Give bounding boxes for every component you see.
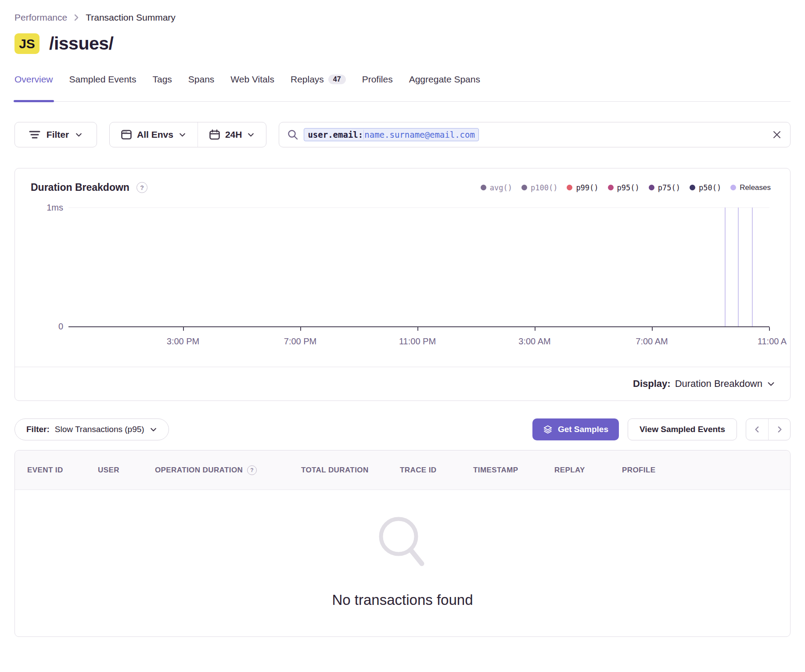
filter-icon (29, 130, 40, 139)
platform-js-badge: JS (14, 33, 40, 54)
x-axis-label: 11:00 PM (399, 336, 436, 347)
legend-item-p75[interactable]: p75() (649, 183, 680, 192)
filter-bar: Filter All Envs (14, 122, 791, 147)
get-samples-button[interactable]: Get Samples (532, 418, 619, 440)
x-axis-label: 3:00 AM (518, 336, 550, 347)
column-header-trace-id: TRACE ID (400, 466, 473, 475)
chevron-down-icon (179, 131, 186, 139)
previous-page-button[interactable] (746, 419, 768, 440)
legend-dot (481, 185, 486, 190)
transactions-toolbar: Filter: Slow Transactions (p95) Get Samp… (14, 418, 791, 440)
x-axis-label: 3:00 PM (167, 336, 199, 347)
env-time-control: All Envs 24H (109, 122, 266, 147)
legend-dot (649, 185, 654, 190)
page-title: /issues/ (49, 33, 113, 54)
transaction-summary-page: Performance Transaction Summary JS /issu… (0, 0, 805, 672)
chevron-down-icon (247, 131, 255, 139)
transactions-filter-value: Slow Transactions (p95) (55, 425, 144, 434)
breadcrumb: Performance Transaction Summary (14, 0, 791, 23)
display-value: Duration Breakdown (675, 378, 762, 390)
legend-item-avg[interactable]: avg() (481, 183, 512, 192)
chevron-right-icon (776, 425, 783, 433)
tab-web-vitals[interactable]: Web Vitals (230, 74, 274, 101)
x-axis-line (68, 326, 769, 327)
close-icon (772, 129, 782, 140)
search-input[interactable]: user.email: name.surname@email.com (279, 122, 791, 147)
active-tab-underline (14, 100, 54, 102)
search-filter-token[interactable]: user.email: name.surname@email.com (304, 128, 479, 141)
y-axis-label-1ms: 1ms (15, 203, 63, 213)
y-axis-label-0: 0 (15, 322, 63, 332)
release-marker-line (738, 207, 739, 327)
environment-selector[interactable]: All Envs (110, 122, 198, 147)
view-sampled-events-button[interactable]: View Sampled Events (628, 418, 737, 440)
release-marker-line (752, 207, 753, 327)
token-value: name.surname@email.com (364, 130, 475, 139)
filter-dropdown-button[interactable]: Filter (14, 122, 97, 147)
legend-dot (521, 185, 527, 190)
layers-icon (543, 425, 553, 434)
display-label: Display: (633, 378, 671, 390)
chart-title: Duration Breakdown (31, 182, 129, 193)
legend-dot (730, 185, 736, 190)
duration-breakdown-panel: Duration Breakdown ? avg() p100() p99() (14, 168, 791, 401)
chevron-down-icon (767, 380, 775, 388)
chart-help-icon[interactable]: ? (137, 182, 147, 193)
x-axis-label: 7:00 PM (284, 336, 316, 347)
legend-dot (567, 185, 572, 190)
clear-search-button[interactable] (772, 129, 782, 140)
empty-state: No transactions found (15, 490, 790, 637)
column-header-user: USER (98, 466, 155, 475)
legend-item-p50[interactable]: p50() (690, 183, 721, 192)
column-header-timestamp: TIMESTAMP (473, 466, 554, 475)
gridline-1ms (68, 207, 769, 208)
legend-item-releases[interactable]: Releases (730, 183, 771, 192)
tab-spans[interactable]: Spans (188, 74, 215, 101)
legend-dot (690, 185, 695, 190)
chart-plot-area: 1ms 0 3:00 PM 7:00 PM 11:00 PM 3:00 AM 7… (15, 193, 790, 367)
operation-duration-help-icon[interactable]: ? (247, 465, 257, 475)
column-header-replay: REPLAY (554, 466, 622, 475)
token-key: user.email: (308, 130, 363, 139)
tab-tags[interactable]: Tags (152, 74, 172, 101)
column-header-profile: PROFILE (622, 466, 790, 475)
release-marker-line (725, 207, 726, 327)
legend-item-p99[interactable]: p99() (567, 183, 598, 192)
column-header-event-id: EVENT ID (27, 466, 98, 475)
x-axis-label: 11:00 A (758, 336, 787, 347)
tab-bar: Overview Sampled Events Tags Spans Web V… (14, 74, 791, 102)
search-icon (287, 129, 298, 140)
time-range-selector[interactable]: 24H (198, 122, 266, 147)
x-axis-label: 7:00 AM (636, 336, 668, 347)
tab-sampled-events[interactable]: Sampled Events (69, 74, 137, 101)
breadcrumb-performance-link[interactable]: Performance (14, 12, 67, 23)
transactions-table: EVENT ID USER OPERATION DURATION ? TOTAL… (14, 450, 791, 637)
title-row: JS /issues/ (14, 33, 791, 54)
breadcrumb-chevron-icon (73, 13, 79, 22)
window-icon (121, 130, 132, 139)
tab-replays[interactable]: Replays 47 (291, 74, 346, 101)
chevron-left-icon (753, 425, 761, 433)
table-header-row: EVENT ID USER OPERATION DURATION ? TOTAL… (15, 450, 790, 490)
legend-item-p95[interactable]: p95() (608, 183, 640, 192)
chevron-down-icon (150, 426, 157, 433)
empty-state-text: No transactions found (332, 592, 473, 608)
magnifier-empty-icon (374, 515, 431, 569)
legend-item-p100[interactable]: p100() (521, 183, 557, 192)
column-header-total-duration: TOTAL DURATION (301, 466, 400, 475)
tab-aggregate-spans[interactable]: Aggregate Spans (409, 74, 480, 101)
display-mode-dropdown[interactable]: Display: Duration Breakdown (15, 367, 790, 400)
calendar-icon (209, 129, 220, 140)
breadcrumb-current: Transaction Summary (86, 12, 176, 23)
pagination (746, 418, 791, 440)
tab-profiles[interactable]: Profiles (362, 74, 393, 101)
tab-overview[interactable]: Overview (14, 74, 53, 101)
transactions-filter-dropdown[interactable]: Filter: Slow Transactions (p95) (14, 418, 169, 440)
chevron-down-icon (75, 131, 83, 139)
column-header-operation-duration: OPERATION DURATION ? (155, 465, 301, 475)
chart-legend: avg() p100() p99() p95() p75() (481, 183, 771, 192)
token-divider (363, 130, 364, 139)
legend-dot (608, 185, 614, 190)
next-page-button[interactable] (768, 419, 790, 440)
chart-header: Duration Breakdown ? avg() p100() p99() (15, 168, 790, 193)
